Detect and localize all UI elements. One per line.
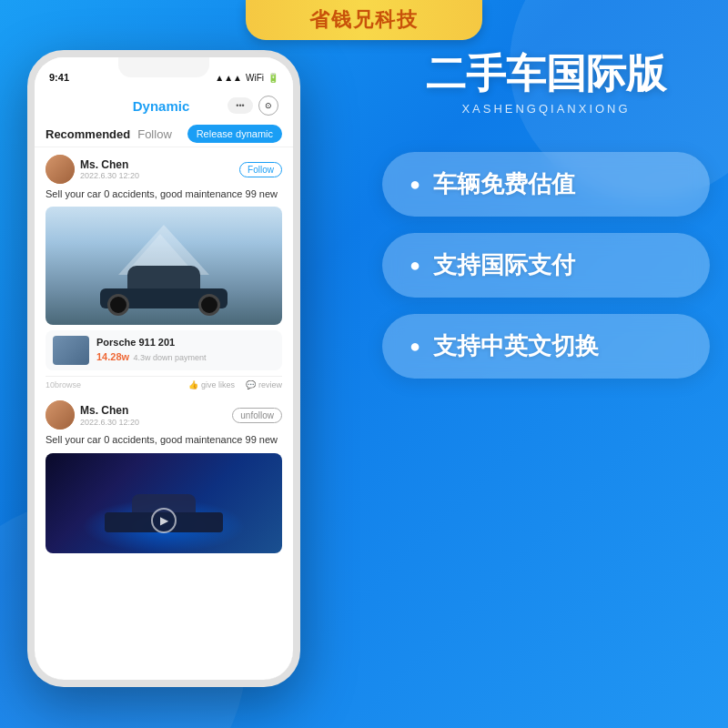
user-meta-1: Ms. Chen 2022.6.30 12:20 bbox=[80, 158, 139, 180]
car-body-1 bbox=[100, 266, 228, 311]
feature-card-3: ● 支持中英文切换 bbox=[382, 314, 710, 379]
avatar-1 bbox=[46, 155, 75, 184]
listing-info-1: Porsche 911 201 14.28w 4.3w down payment bbox=[96, 337, 275, 364]
post-header-2: Ms. Chen 2022.6.30 12:20 unfollow bbox=[46, 400, 282, 430]
listing-name-1: Porsche 911 201 bbox=[96, 337, 275, 348]
signal-icon: ▲▲▲ bbox=[215, 73, 242, 83]
nav-bar: Dynamic ••• ⊙ bbox=[35, 92, 293, 121]
review-icon-1: 💬 bbox=[246, 380, 256, 389]
tab-follow[interactable]: Follow bbox=[137, 127, 172, 141]
feature-dot-1: ● bbox=[410, 174, 420, 195]
username-1: Ms. Chen bbox=[80, 158, 139, 171]
feature-card-2: ● 支持国际支付 bbox=[382, 233, 710, 298]
username-2: Ms. Chen bbox=[80, 404, 139, 417]
camera-icon[interactable]: ⊙ bbox=[258, 96, 278, 116]
right-panel: 二手车国际版 XASHENGQIANXIONG ● 车辆免费估值 ● 支持国际支… bbox=[382, 50, 710, 395]
status-icons: ▲▲▲ WiFi 🔋 bbox=[215, 73, 278, 83]
post-date-1: 2022.6.30 12:20 bbox=[80, 171, 139, 180]
phone-screen: 9:41 ▲▲▲ WiFi 🔋 Dynamic ••• ⊙ Recommende… bbox=[35, 57, 293, 680]
tab-recommended[interactable]: Recommended bbox=[46, 127, 130, 141]
sub-title: XASHENGQIANXIONG bbox=[382, 102, 710, 116]
listing-thumb-1 bbox=[53, 336, 89, 365]
wifi-icon: WiFi bbox=[246, 73, 264, 83]
play-icon-2[interactable]: ▶ bbox=[151, 508, 177, 533]
listing-price-1: 14.28w bbox=[96, 351, 129, 362]
post-text-1: Sell your car 0 accidents, good maintena… bbox=[46, 187, 282, 201]
nav-title[interactable]: Dynamic bbox=[133, 98, 190, 114]
like-action-1[interactable]: 👍 give likes bbox=[188, 380, 235, 389]
top-banner: 省钱兄科技 bbox=[246, 0, 482, 40]
feature-dot-3: ● bbox=[410, 336, 420, 357]
feature-card-1: ● 车辆免费估值 bbox=[382, 152, 710, 217]
follow-button-1[interactable]: Follow bbox=[239, 162, 282, 177]
car-wheel-left-1 bbox=[107, 294, 129, 316]
more-icon[interactable]: ••• bbox=[228, 97, 253, 114]
release-button[interactable]: Release dynamic bbox=[187, 125, 282, 143]
phone-frame: 9:41 ▲▲▲ WiFi 🔋 Dynamic ••• ⊙ Recommende… bbox=[27, 50, 300, 687]
car-image-2: ▶ bbox=[46, 453, 282, 553]
avatar-2 bbox=[46, 400, 75, 430]
browse-count-1: 10browse bbox=[46, 380, 81, 389]
status-time: 9:41 bbox=[49, 72, 69, 83]
battery-icon: 🔋 bbox=[268, 73, 278, 83]
post-card-1: Ms. Chen 2022.6.30 12:20 Follow Sell you… bbox=[46, 155, 282, 391]
post-card-2: Ms. Chen 2022.6.30 12:20 unfollow Sell y… bbox=[46, 400, 282, 552]
listing-payment-1: 4.3w down payment bbox=[134, 353, 207, 362]
feature-dot-2: ● bbox=[410, 255, 420, 276]
mountain-2 bbox=[128, 234, 192, 270]
user-info-1: Ms. Chen 2022.6.30 12:20 bbox=[46, 155, 139, 184]
banner-text: 省钱兄科技 bbox=[309, 6, 419, 34]
car-top-1 bbox=[127, 266, 200, 288]
feature-text-2: 支持国际支付 bbox=[433, 249, 575, 281]
like-label-1: give likes bbox=[201, 380, 235, 389]
main-title: 二手车国际版 bbox=[382, 50, 710, 98]
review-label-1: review bbox=[258, 380, 282, 389]
notch bbox=[118, 57, 209, 77]
phone-mockup: 9:41 ▲▲▲ WiFi 🔋 Dynamic ••• ⊙ Recommende… bbox=[27, 50, 300, 687]
post-text-2: Sell your car 0 accidents, good maintena… bbox=[46, 433, 282, 447]
user-meta-2: Ms. Chen 2022.6.30 12:20 bbox=[80, 404, 139, 426]
listing-card-1[interactable]: Porsche 911 201 14.28w 4.3w down payment bbox=[46, 330, 282, 370]
post-date-2: 2022.6.30 12:20 bbox=[80, 418, 139, 427]
feature-text-1: 车辆免费估值 bbox=[433, 168, 575, 200]
nav-icons: ••• ⊙ bbox=[228, 96, 278, 116]
unfollow-button-2[interactable]: unfollow bbox=[232, 408, 282, 423]
like-icon-1: 👍 bbox=[188, 380, 198, 389]
user-info-2: Ms. Chen 2022.6.30 12:20 bbox=[46, 400, 139, 430]
car-wheel-right-1 bbox=[198, 294, 220, 316]
status-bar: 9:41 ▲▲▲ WiFi 🔋 bbox=[35, 57, 293, 92]
post-actions-1: 10browse 👍 give likes 💬 review bbox=[46, 376, 282, 391]
post-header-1: Ms. Chen 2022.6.30 12:20 Follow bbox=[46, 155, 282, 184]
feed: Ms. Chen 2022.6.30 12:20 Follow Sell you… bbox=[35, 147, 293, 570]
review-action-1[interactable]: 💬 review bbox=[246, 380, 282, 389]
feature-text-3: 支持中英文切换 bbox=[433, 330, 599, 362]
car-image-1 bbox=[46, 207, 282, 325]
tab-bar: Recommended Follow Release dynamic bbox=[35, 121, 293, 147]
